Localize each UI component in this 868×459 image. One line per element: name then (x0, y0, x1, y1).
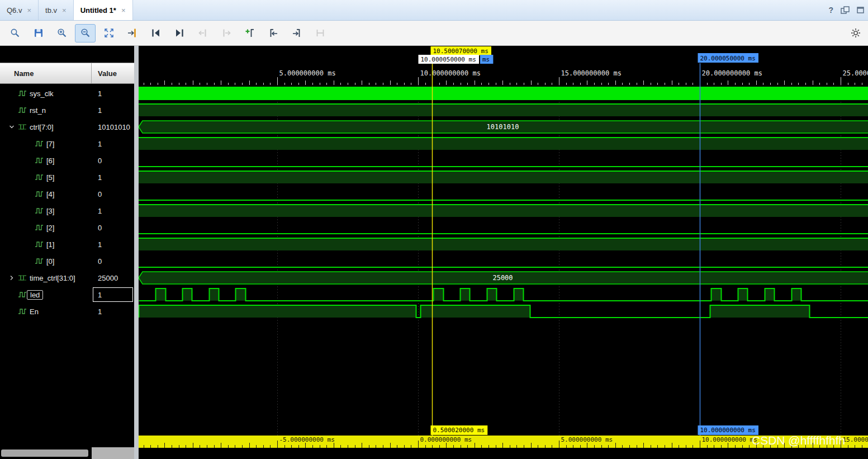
signal-list: sys_clk1rst_n1ctrl[7:0]10101010[7]1[6]0[… (0, 85, 134, 320)
signal-row[interactable]: [7]1 (0, 135, 134, 152)
signal-name: led (27, 290, 43, 300)
svg-text:25.0000: 25.0000 (843, 69, 868, 77)
float-icon[interactable] (841, 6, 850, 14)
go-to-start-icon[interactable] (145, 24, 166, 42)
jump-to-previous-marker-icon[interactable] (263, 24, 283, 42)
marker-time-label[interactable]: 20.000050000 ms (698, 53, 759, 63)
bit-wave-icon (35, 241, 46, 248)
tab-label: tb.v (45, 6, 57, 15)
left-horizontal-scrollbar[interactable] (1, 449, 88, 457)
svg-text:5.000000000 ms: 5.000000000 ms (279, 69, 336, 77)
save-icon[interactable] (28, 24, 49, 42)
tab-close-icon[interactable]: × (27, 6, 31, 15)
signal-value: 0 (98, 190, 133, 198)
svg-text:5.000000000 ms: 5.000000000 ms (561, 436, 613, 443)
wave-time_ctrl[31:0][interactable]: 25000 (139, 272, 868, 284)
add-marker-icon[interactable] (239, 24, 260, 42)
wave-En[interactable] (139, 305, 868, 318)
wave-[5][interactable] (139, 171, 868, 183)
svg-text:20.000000000 ms: 20.000000000 ms (702, 69, 762, 77)
waveform-canvas[interactable]: 5.000000000 ms10.000000000 ms15.00000000… (139, 46, 868, 459)
svg-text:10.500070000 ms: 10.500070000 ms (433, 48, 488, 55)
tab-tbv[interactable]: tb.v × (39, 0, 74, 20)
signal-row[interactable]: [4]0 (0, 186, 134, 202)
signal-row[interactable]: rst_n1 (0, 102, 134, 119)
tab-q6v[interactable]: Q6.v × (0, 0, 39, 20)
signal-row[interactable]: [3]1 (0, 202, 134, 219)
signal-name: [7] (46, 140, 54, 148)
bit-wave-icon (35, 191, 46, 197)
zoom-in-icon[interactable] (51, 24, 72, 42)
marker-delta-label[interactable]: 10.000000000 ms (698, 425, 759, 435)
signal-row[interactable]: [6]0 (0, 152, 134, 169)
tab-untitled-1[interactable]: Untitled 1* × (74, 0, 133, 20)
svg-text:0.500020000 ms: 0.500020000 ms (433, 427, 485, 434)
wave-ctrl[7:0][interactable]: 10101010 (139, 121, 868, 133)
bit-wave-icon (35, 258, 46, 264)
signal-row[interactable]: ctrl[7:0]10101010 (0, 119, 134, 135)
zoom-out-icon[interactable] (75, 24, 96, 42)
wave-[1][interactable] (139, 238, 868, 250)
signal-row[interactable]: En1 (0, 303, 134, 320)
bit-wave-icon (35, 140, 46, 147)
signal-name: ctrl[7:0] (30, 123, 54, 131)
svg-text:10.000000000 ms: 10.000000000 ms (420, 69, 481, 77)
main-cursor-time-label[interactable]: 10.500070000 ms (431, 46, 492, 55)
bit-wave-icon (35, 157, 46, 164)
signal-value: 25000 (98, 274, 133, 282)
wave-[3][interactable] (139, 205, 868, 217)
name-column-header[interactable]: Name (0, 69, 91, 78)
signal-row[interactable]: [5]1 (0, 169, 134, 186)
signal-value: 10101010 (98, 123, 133, 131)
zoom-fit-icon[interactable] (98, 24, 119, 42)
settings-icon[interactable] (845, 24, 866, 42)
bit-wave-icon (18, 107, 30, 113)
svg-text:15.0000: 15.0000 (843, 436, 868, 443)
signal-value-editor[interactable]: 1 (93, 287, 133, 302)
svg-text:10.000050000 ms: 10.000050000 ms (421, 56, 476, 63)
find-icon[interactable] (4, 24, 25, 42)
bit-wave-icon (35, 174, 46, 181)
value-column-header[interactable]: Value (91, 63, 134, 83)
tab-close-icon[interactable]: × (121, 6, 126, 15)
signal-row[interactable]: led1 (0, 286, 134, 303)
signal-row[interactable]: time_ctrl[31:0]25000 (0, 269, 134, 286)
unit-label[interactable]: ms (480, 55, 493, 64)
waveform-area: 5.000000000 ms10.000000000 ms15.00000000… (139, 46, 868, 459)
main-cursor-delta-label[interactable]: 0.500020000 ms (431, 425, 488, 435)
watermark: CSDN @hffffhfhfh (752, 434, 845, 447)
signal-row[interactable]: sys_clk1 (0, 85, 134, 102)
help-icon[interactable]: ? (828, 6, 833, 15)
wave-sys_clk[interactable] (139, 87, 868, 100)
wave-[7][interactable] (139, 138, 868, 150)
signal-value: 1 (98, 207, 133, 215)
svg-text:10.000000000 ms: 10.000000000 ms (700, 427, 756, 434)
signal-panel: Name Value sys_clk1rst_n1ctrl[7:0]101010… (0, 46, 134, 459)
panel-splitter[interactable] (134, 46, 139, 459)
bit-wave-icon (35, 207, 46, 214)
fit-between-markers-icon (310, 24, 330, 42)
svg-text:-5.000000000 ms: -5.000000000 ms (279, 436, 335, 443)
secondary-time-label[interactable]: 10.000050000 ms (419, 55, 480, 64)
signal-row[interactable]: [1]1 (0, 236, 134, 253)
panel-header: Name Value (0, 63, 134, 84)
svg-text:15.000000000 ms: 15.000000000 ms (561, 69, 622, 77)
expand-arrow-icon[interactable] (6, 275, 18, 281)
signal-row[interactable]: [0]0 (0, 253, 134, 269)
signal-name: [4] (46, 190, 54, 198)
signal-name: rst_n (30, 106, 46, 115)
maximize-icon[interactable] (857, 6, 865, 14)
signal-name: [6] (46, 157, 54, 165)
signal-value: 0 (98, 224, 133, 232)
wave-window: Name Value sys_clk1rst_n1ctrl[7:0]101010… (0, 46, 868, 459)
signal-value: 0 (98, 257, 133, 266)
tab-label: Q6.v (7, 6, 22, 15)
bottom-strip (139, 448, 868, 459)
go-to-end-icon[interactable] (169, 24, 189, 42)
tab-close-icon[interactable]: × (62, 6, 67, 15)
collapse-arrow-icon[interactable] (6, 124, 18, 130)
jump-to-next-marker-icon[interactable] (286, 24, 307, 42)
zoom-to-cursor-icon[interactable] (122, 24, 143, 42)
signal-row[interactable]: [2]0 (0, 219, 134, 236)
wave-rst_n[interactable] (139, 104, 868, 116)
